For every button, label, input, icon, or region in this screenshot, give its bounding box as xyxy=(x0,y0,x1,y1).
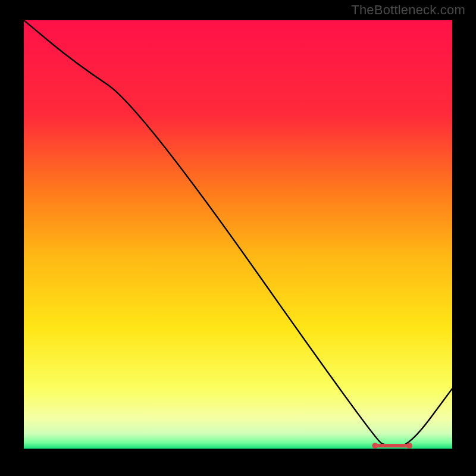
chart-svg xyxy=(24,20,452,449)
watermark-label: TheBottleneck.com xyxy=(351,2,465,18)
svg-point-1 xyxy=(372,443,378,449)
gradient-background xyxy=(24,20,452,449)
bottleneck-chart xyxy=(24,20,452,449)
svg-point-2 xyxy=(406,443,412,449)
chart-frame: TheBottleneck.com xyxy=(0,0,476,476)
